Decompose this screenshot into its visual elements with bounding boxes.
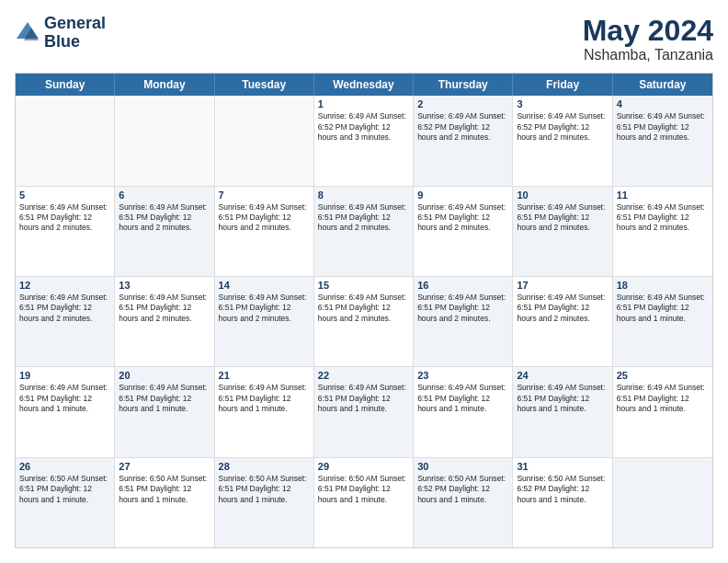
day-number: 16 [417, 280, 508, 291]
day-cell-empty [16, 96, 115, 185]
day-cell-14: 14Sunrise: 6:49 AM Sunset: 6:51 PM Dayli… [215, 277, 314, 366]
day-info: Sunrise: 6:49 AM Sunset: 6:51 PM Dayligh… [617, 202, 709, 234]
day-cell-16: 16Sunrise: 6:49 AM Sunset: 6:51 PM Dayli… [414, 277, 513, 366]
day-info: Sunrise: 6:49 AM Sunset: 6:51 PM Dayligh… [19, 293, 110, 324]
cal-header-day-tuesday: Tuesday [215, 74, 314, 96]
calendar: SundayMondayTuesdayWednesdayThursdayFrid… [15, 73, 713, 548]
day-number: 27 [119, 461, 210, 472]
day-number: 26 [19, 461, 110, 472]
day-number: 25 [617, 370, 709, 381]
day-cell-3: 3Sunrise: 6:49 AM Sunset: 6:52 PM Daylig… [513, 96, 612, 185]
logo-icon [15, 20, 40, 46]
day-info: Sunrise: 6:49 AM Sunset: 6:51 PM Dayligh… [617, 111, 709, 143]
day-number: 17 [517, 280, 608, 291]
day-cell-30: 30Sunrise: 6:50 AM Sunset: 6:52 PM Dayli… [414, 458, 513, 547]
day-number: 3 [517, 98, 608, 109]
day-info: Sunrise: 6:49 AM Sunset: 6:51 PM Dayligh… [417, 293, 508, 324]
day-cell-2: 2Sunrise: 6:49 AM Sunset: 6:52 PM Daylig… [414, 96, 513, 185]
day-cell-20: 20Sunrise: 6:49 AM Sunset: 6:51 PM Dayli… [115, 367, 214, 456]
cal-header-day-sunday: Sunday [16, 74, 115, 96]
day-cell-28: 28Sunrise: 6:50 AM Sunset: 6:51 PM Dayli… [215, 458, 314, 547]
day-cell-empty [613, 458, 712, 547]
calendar-row-3: 12Sunrise: 6:49 AM Sunset: 6:51 PM Dayli… [16, 276, 712, 366]
day-number: 9 [417, 190, 508, 201]
day-cell-empty [115, 96, 214, 185]
title-block: May 2024 Nshamba, Tanzania [583, 15, 713, 63]
day-info: Sunrise: 6:49 AM Sunset: 6:52 PM Dayligh… [318, 111, 409, 143]
day-cell-24: 24Sunrise: 6:49 AM Sunset: 6:51 PM Dayli… [513, 367, 612, 456]
day-cell-23: 23Sunrise: 6:49 AM Sunset: 6:51 PM Dayli… [414, 367, 513, 456]
month-year: May 2024 [583, 15, 713, 47]
day-number: 20 [119, 370, 210, 381]
day-cell-13: 13Sunrise: 6:49 AM Sunset: 6:51 PM Dayli… [115, 277, 214, 366]
day-number: 15 [318, 280, 409, 291]
day-info: Sunrise: 6:50 AM Sunset: 6:51 PM Dayligh… [318, 474, 409, 505]
day-info: Sunrise: 6:50 AM Sunset: 6:51 PM Dayligh… [19, 474, 110, 505]
calendar-body: 1Sunrise: 6:49 AM Sunset: 6:52 PM Daylig… [16, 96, 712, 547]
day-cell-5: 5Sunrise: 6:49 AM Sunset: 6:51 PM Daylig… [16, 187, 115, 276]
day-cell-9: 9Sunrise: 6:49 AM Sunset: 6:51 PM Daylig… [414, 187, 513, 276]
calendar-header: SundayMondayTuesdayWednesdayThursdayFrid… [16, 74, 712, 96]
day-cell-4: 4Sunrise: 6:49 AM Sunset: 6:51 PM Daylig… [613, 96, 712, 185]
day-info: Sunrise: 6:49 AM Sunset: 6:52 PM Dayligh… [417, 111, 508, 143]
location: Nshamba, Tanzania [583, 47, 713, 63]
day-number: 11 [617, 190, 709, 201]
day-cell-21: 21Sunrise: 6:49 AM Sunset: 6:51 PM Dayli… [215, 367, 314, 456]
logo-line1: General [44, 15, 106, 33]
day-cell-25: 25Sunrise: 6:49 AM Sunset: 6:51 PM Dayli… [613, 367, 712, 456]
day-info: Sunrise: 6:49 AM Sunset: 6:51 PM Dayligh… [617, 293, 709, 324]
day-cell-17: 17Sunrise: 6:49 AM Sunset: 6:51 PM Dayli… [513, 277, 612, 366]
day-info: Sunrise: 6:50 AM Sunset: 6:51 PM Dayligh… [119, 474, 210, 505]
day-info: Sunrise: 6:49 AM Sunset: 6:51 PM Dayligh… [517, 293, 608, 324]
day-number: 14 [219, 280, 310, 291]
day-cell-26: 26Sunrise: 6:50 AM Sunset: 6:51 PM Dayli… [16, 458, 115, 547]
day-info: Sunrise: 6:50 AM Sunset: 6:52 PM Dayligh… [517, 474, 608, 505]
day-info: Sunrise: 6:49 AM Sunset: 6:51 PM Dayligh… [219, 293, 310, 324]
day-info: Sunrise: 6:49 AM Sunset: 6:51 PM Dayligh… [318, 202, 409, 234]
day-number: 6 [119, 190, 210, 201]
day-cell-6: 6Sunrise: 6:49 AM Sunset: 6:51 PM Daylig… [115, 187, 214, 276]
day-cell-19: 19Sunrise: 6:49 AM Sunset: 6:51 PM Dayli… [16, 367, 115, 456]
cal-header-day-friday: Friday [513, 74, 612, 96]
day-info: Sunrise: 6:49 AM Sunset: 6:51 PM Dayligh… [517, 202, 608, 234]
day-number: 8 [318, 190, 409, 201]
day-info: Sunrise: 6:49 AM Sunset: 6:51 PM Dayligh… [318, 293, 409, 324]
day-info: Sunrise: 6:49 AM Sunset: 6:51 PM Dayligh… [617, 383, 709, 414]
page: General Blue May 2024 Nshamba, Tanzania … [0, 0, 728, 563]
calendar-row-1: 1Sunrise: 6:49 AM Sunset: 6:52 PM Daylig… [16, 96, 712, 185]
day-number: 22 [318, 370, 409, 381]
day-cell-12: 12Sunrise: 6:49 AM Sunset: 6:51 PM Dayli… [16, 277, 115, 366]
day-cell-1: 1Sunrise: 6:49 AM Sunset: 6:52 PM Daylig… [314, 96, 414, 185]
day-cell-29: 29Sunrise: 6:50 AM Sunset: 6:51 PM Dayli… [314, 458, 414, 547]
day-number: 30 [417, 461, 508, 472]
day-cell-18: 18Sunrise: 6:49 AM Sunset: 6:51 PM Dayli… [613, 277, 712, 366]
day-cell-empty [215, 96, 314, 185]
day-number: 12 [19, 280, 110, 291]
day-info: Sunrise: 6:49 AM Sunset: 6:52 PM Dayligh… [517, 111, 608, 143]
day-info: Sunrise: 6:49 AM Sunset: 6:51 PM Dayligh… [19, 202, 110, 234]
day-cell-27: 27Sunrise: 6:50 AM Sunset: 6:51 PM Dayli… [115, 458, 214, 547]
day-info: Sunrise: 6:50 AM Sunset: 6:51 PM Dayligh… [219, 474, 310, 505]
calendar-row-4: 19Sunrise: 6:49 AM Sunset: 6:51 PM Dayli… [16, 366, 712, 456]
day-number: 1 [318, 98, 409, 109]
day-info: Sunrise: 6:49 AM Sunset: 6:51 PM Dayligh… [119, 293, 210, 324]
header: General Blue May 2024 Nshamba, Tanzania [15, 15, 713, 63]
day-number: 31 [517, 461, 608, 472]
day-number: 13 [119, 280, 210, 291]
day-info: Sunrise: 6:49 AM Sunset: 6:51 PM Dayligh… [417, 383, 508, 414]
day-cell-22: 22Sunrise: 6:49 AM Sunset: 6:51 PM Dayli… [314, 367, 414, 456]
day-number: 7 [219, 190, 310, 201]
day-info: Sunrise: 6:49 AM Sunset: 6:51 PM Dayligh… [219, 383, 310, 414]
day-info: Sunrise: 6:49 AM Sunset: 6:51 PM Dayligh… [119, 202, 210, 234]
day-number: 28 [219, 461, 310, 472]
day-cell-11: 11Sunrise: 6:49 AM Sunset: 6:51 PM Dayli… [613, 187, 712, 276]
calendar-row-2: 5Sunrise: 6:49 AM Sunset: 6:51 PM Daylig… [16, 186, 712, 276]
day-info: Sunrise: 6:50 AM Sunset: 6:52 PM Dayligh… [417, 474, 508, 505]
day-info: Sunrise: 6:49 AM Sunset: 6:51 PM Dayligh… [119, 383, 210, 414]
day-info: Sunrise: 6:49 AM Sunset: 6:51 PM Dayligh… [318, 383, 409, 414]
day-number: 24 [517, 370, 608, 381]
day-number: 18 [617, 280, 709, 291]
cal-header-day-monday: Monday [115, 74, 214, 96]
day-number: 19 [19, 370, 110, 381]
day-info: Sunrise: 6:49 AM Sunset: 6:51 PM Dayligh… [417, 202, 508, 234]
